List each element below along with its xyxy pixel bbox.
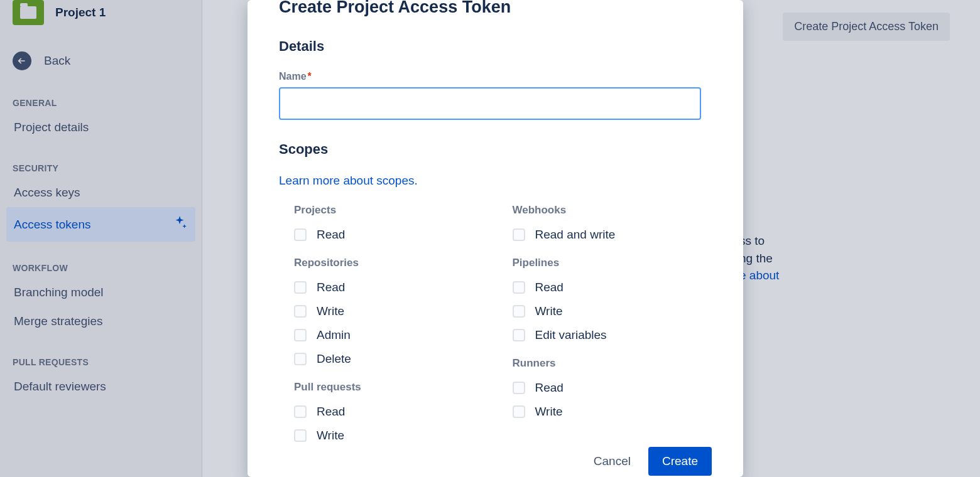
checkbox-icon <box>513 382 525 394</box>
scope-projects-read[interactable]: Read <box>294 223 494 247</box>
checkbox-label: Read <box>535 281 564 294</box>
checkbox-icon <box>294 405 307 418</box>
sidebar-item-access-keys[interactable]: Access keys <box>6 178 195 207</box>
section-heading-security: SECURITY <box>6 142 195 178</box>
checkbox-label: Write <box>317 429 344 442</box>
scope-pipelines-edit-variables[interactable]: Edit variables <box>513 323 712 347</box>
scope-repositories-delete[interactable]: Delete <box>294 347 494 371</box>
project-title: Project 1 <box>55 6 106 19</box>
sidebar-item-merge-strategies[interactable]: Merge strategies <box>6 307 195 336</box>
project-header: Project 1 <box>6 0 195 33</box>
scope-group-pipelines: Pipelines <box>513 257 712 269</box>
create-token-modal: Create Project Access Token Details Name… <box>248 0 743 477</box>
sidebar-item-access-tokens[interactable]: Access tokens <box>6 207 195 242</box>
section-heading-workflow: WORKFLOW <box>6 242 195 278</box>
checkbox-label: Edit variables <box>535 328 607 342</box>
checkbox-label: Read <box>535 381 564 395</box>
sidebar-item-label: Project details <box>14 121 89 134</box>
scope-repositories-admin[interactable]: Admin <box>294 323 494 347</box>
scope-pull-requests-write[interactable]: Write <box>294 424 494 448</box>
scope-webhooks-readwrite[interactable]: Read and write <box>513 223 712 247</box>
checkbox-icon <box>294 281 307 294</box>
checkbox-icon <box>513 228 525 241</box>
name-field-label: Name* <box>279 71 712 82</box>
sidebar: Project 1 Back GENERAL Project details S… <box>0 0 202 477</box>
scope-runners-write[interactable]: Write <box>513 400 712 424</box>
learn-more-scopes-link[interactable]: Learn more about scopes. <box>279 174 418 188</box>
sparkle-icon <box>172 215 188 234</box>
scopes-heading: Scopes <box>279 141 712 158</box>
checkbox-icon <box>513 405 525 418</box>
scope-column-left: Projects Read Repositories Read Write Ad… <box>294 204 494 448</box>
checkbox-icon <box>294 228 307 241</box>
scopes-grid: Projects Read Repositories Read Write Ad… <box>279 204 712 448</box>
folder-icon <box>20 6 36 19</box>
back-button[interactable]: Back <box>6 33 195 77</box>
checkbox-icon <box>294 305 307 318</box>
modal-title: Create Project Access Token <box>279 0 712 17</box>
checkbox-label: Read <box>317 405 345 419</box>
checkbox-label: Delete <box>317 352 351 366</box>
checkbox-icon <box>294 353 307 365</box>
sidebar-item-label: Default reviewers <box>14 380 106 394</box>
sidebar-item-project-details[interactable]: Project details <box>6 113 195 142</box>
arrow-left-icon <box>13 51 31 70</box>
checkbox-icon <box>294 329 307 341</box>
scope-repositories-read[interactable]: Read <box>294 276 494 299</box>
name-input[interactable] <box>279 87 701 120</box>
section-heading-general: GENERAL <box>6 77 195 113</box>
scope-pipelines-read[interactable]: Read <box>513 276 712 299</box>
sidebar-item-default-reviewers[interactable]: Default reviewers <box>6 372 195 401</box>
scope-column-right: Webhooks Read and write Pipelines Read W… <box>513 204 712 448</box>
checkbox-label: Admin <box>317 328 351 342</box>
scope-runners-read[interactable]: Read <box>513 376 712 400</box>
scope-group-repositories: Repositories <box>294 257 494 269</box>
create-button[interactable]: Create <box>648 447 712 476</box>
scope-pipelines-write[interactable]: Write <box>513 299 712 323</box>
scope-pull-requests-read[interactable]: Read <box>294 400 494 424</box>
checkbox-label: Read <box>317 281 345 294</box>
checkbox-icon <box>294 429 307 442</box>
sidebar-item-label: Access tokens <box>14 218 91 232</box>
sidebar-item-branching-model[interactable]: Branching model <box>6 278 195 307</box>
scope-repositories-write[interactable]: Write <box>294 299 494 323</box>
scope-group-pull-requests: Pull requests <box>294 381 494 394</box>
sidebar-item-label: Access keys <box>14 186 80 200</box>
details-heading: Details <box>279 38 712 55</box>
checkbox-icon <box>513 329 525 341</box>
project-avatar <box>13 0 44 25</box>
checkbox-icon <box>513 281 525 294</box>
checkbox-icon <box>513 305 525 318</box>
scope-group-projects: Projects <box>294 204 494 217</box>
checkbox-label: Write <box>535 405 563 419</box>
background-learn-more-link[interactable]: e about <box>739 269 779 282</box>
checkbox-label: Write <box>317 304 344 318</box>
checkbox-label: Read and write <box>535 228 616 242</box>
section-heading-pull-requests: PULL REQUESTS <box>6 336 195 372</box>
scope-group-webhooks: Webhooks <box>513 204 712 217</box>
sidebar-item-label: Branching model <box>14 286 104 299</box>
cancel-button[interactable]: Cancel <box>589 447 636 476</box>
checkbox-label: Read <box>317 228 345 242</box>
create-project-access-token-button[interactable]: Create Project Access Token <box>783 13 950 41</box>
background-description-text: ss to ng the e about <box>739 232 942 284</box>
modal-footer: Cancel Create <box>589 447 712 477</box>
back-label: Back <box>44 54 70 68</box>
sidebar-item-label: Merge strategies <box>14 314 103 328</box>
scope-group-runners: Runners <box>513 357 712 370</box>
checkbox-label: Write <box>535 304 563 318</box>
